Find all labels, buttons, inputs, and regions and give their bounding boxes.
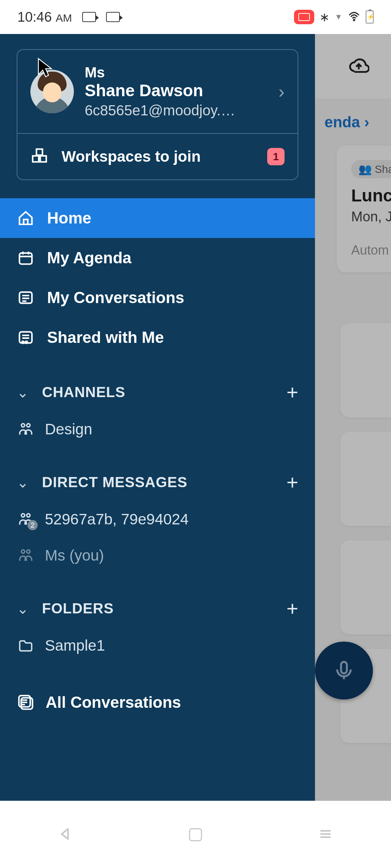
dm-section: ⌄ DIRECT MESSAGES + 2 52967a7b, 79e94024… (0, 463, 315, 574)
status-left: 10:46 AM (17, 9, 120, 25)
home-icon (17, 210, 35, 226)
svg-point-8 (22, 341, 24, 344)
status-time: 10:46 AM (17, 9, 72, 25)
calendar-icon (17, 250, 35, 266)
profile-name: Shane Dawson (85, 81, 268, 100)
dm-label: Ms (you) (45, 547, 104, 564)
people-icon: 2 (17, 511, 35, 527)
svg-rect-3 (40, 156, 46, 162)
time-value: 10:46 (17, 9, 52, 25)
svg-point-10 (21, 424, 25, 427)
recent-apps-button[interactable] (318, 826, 333, 843)
people-icon (17, 421, 35, 437)
screen-record-icon (294, 10, 314, 24)
profile-info: Ms Shane Dawson 6c8565e1@moodjoy.… (85, 64, 268, 119)
dm-header[interactable]: ⌄ DIRECT MESSAGES + (17, 463, 298, 501)
chevron-right-icon: › (278, 81, 285, 102)
all-conversations[interactable]: All Conversations (0, 684, 315, 721)
chevron-down-icon: ⌄ (17, 384, 29, 401)
svg-point-13 (27, 514, 30, 517)
caret-icon: ▼ (335, 12, 342, 22)
profile-block: Ms Shane Dawson 6c8565e1@moodjoy.… › Wor… (17, 49, 298, 180)
svg-point-15 (27, 550, 30, 553)
nav-shared[interactable]: Shared with Me (0, 318, 315, 357)
all-conversations-label: All Conversations (46, 693, 181, 711)
svg-point-0 (354, 20, 355, 21)
workspaces-button[interactable]: Workspaces to join 1 (17, 133, 298, 179)
profile-prefix: Ms (85, 64, 268, 81)
nav-conversations[interactable]: My Conversations (0, 278, 315, 318)
chevron-down-icon: ⌄ (17, 474, 29, 491)
status-bar: 10:46 AM ∗ ▼ (0, 0, 391, 34)
bluetooth-icon: ∗ (319, 10, 329, 24)
svg-rect-5 (20, 253, 32, 264)
chevron-down-icon: ⌄ (17, 600, 29, 617)
workspaces-badge: 1 (267, 148, 285, 165)
camera-icon-2 (106, 12, 120, 22)
status-right: ∗ ▼ (294, 10, 374, 24)
nav-list: Home My Agenda My Conversations Shared w… (0, 198, 315, 357)
svg-rect-4 (37, 149, 43, 155)
folders-header[interactable]: ⌄ FOLDERS + (17, 590, 298, 627)
folders-title: FOLDERS (42, 600, 273, 617)
workspaces-label: Workspaces to join (62, 148, 254, 165)
all-conversations-icon (17, 693, 35, 711)
conversations-icon (17, 289, 35, 306)
dm-count-badge: 2 (28, 520, 38, 530)
workspaces-icon (30, 147, 49, 166)
battery-icon (366, 10, 374, 24)
dm-item-self[interactable]: Ms (you) (17, 537, 298, 574)
time-ampm: AM (56, 12, 72, 24)
svg-point-9 (25, 341, 28, 344)
channels-header[interactable]: ⌄ CHANNELS + (17, 373, 298, 411)
nav-home[interactable]: Home (0, 198, 315, 238)
people-icon (17, 548, 35, 563)
folder-icon (17, 638, 35, 654)
add-dm-button[interactable]: + (286, 471, 298, 494)
nav-home-label: Home (47, 209, 91, 227)
home-button[interactable] (189, 828, 202, 841)
svg-point-12 (21, 514, 25, 517)
nav-shared-label: Shared with Me (47, 328, 164, 346)
navigation-drawer: Ms Shane Dawson 6c8565e1@moodjoy.… › Wor… (0, 34, 315, 801)
shared-icon (17, 329, 35, 346)
nav-conversations-label: My Conversations (47, 289, 184, 307)
add-channel-button[interactable]: + (286, 380, 298, 404)
svg-point-14 (21, 550, 25, 553)
profile-email: 6c8565e1@moodjoy.… (85, 102, 268, 119)
channel-item-design[interactable]: Design (17, 411, 298, 447)
channel-label: Design (45, 421, 92, 438)
dm-title: DIRECT MESSAGES (42, 474, 273, 490)
svg-point-11 (27, 424, 30, 427)
camera-icon (82, 12, 96, 22)
system-nav-bar (0, 801, 391, 868)
wifi-icon (348, 10, 361, 24)
nav-agenda[interactable]: My Agenda (0, 238, 315, 278)
back-button[interactable] (58, 826, 73, 843)
channels-section: ⌄ CHANNELS + Design (0, 373, 315, 447)
folder-item-0[interactable]: Sample1 (17, 627, 298, 664)
add-folder-button[interactable]: + (286, 597, 298, 620)
folders-section: ⌄ FOLDERS + Sample1 (0, 590, 315, 664)
folder-label: Sample1 (45, 637, 105, 654)
profile-button[interactable]: Ms Shane Dawson 6c8565e1@moodjoy.… › (17, 50, 298, 133)
avatar (30, 70, 74, 113)
dm-item-0[interactable]: 2 52967a7b, 79e94024 (17, 501, 298, 537)
channels-title: CHANNELS (42, 384, 273, 400)
svg-rect-2 (33, 156, 39, 162)
dm-label: 52967a7b, 79e94024 (45, 511, 189, 528)
nav-agenda-label: My Agenda (47, 249, 131, 267)
